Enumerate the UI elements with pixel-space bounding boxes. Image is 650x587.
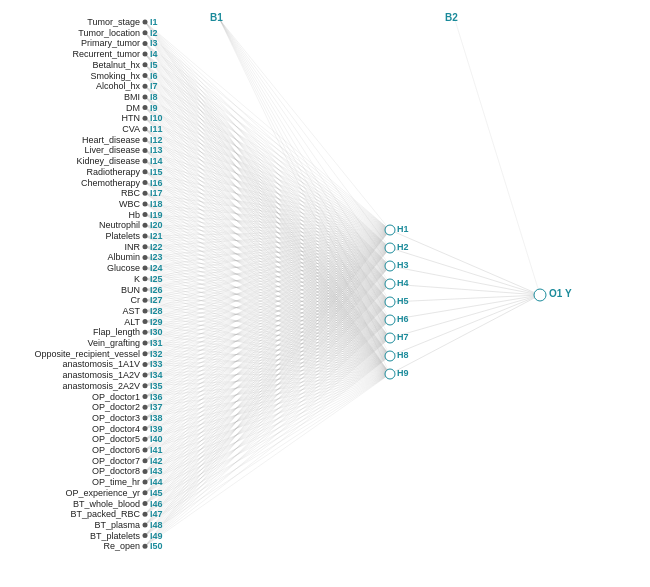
input-id-i22: I22: [150, 242, 163, 252]
input-label-i17: RBC: [121, 188, 140, 198]
input-id-i34: I34: [150, 370, 163, 380]
input-label-i32: Opposite_recipient_vessel: [34, 349, 140, 359]
input-label-i5: Betalnut_hx: [92, 60, 140, 70]
input-id-i17: I17: [150, 188, 163, 198]
input-id-i14: I14: [150, 156, 163, 166]
bias2-label: B2: [445, 12, 458, 23]
input-id-i37: I37: [150, 402, 163, 412]
input-label-i18: WBC: [119, 199, 140, 209]
output-y-label: Y: [565, 288, 572, 299]
input-label-i24: Glucose: [107, 263, 140, 273]
input-id-i47: I47: [150, 509, 163, 519]
input-label-i21: Platelets: [105, 231, 140, 241]
input-label-i30: Flap_length: [93, 327, 140, 337]
input-id-i44: I44: [150, 477, 163, 487]
input-label-i39: OP_doctor4: [92, 424, 140, 434]
hidden-label-h6: H6: [397, 314, 409, 324]
input-id-i9: I9: [150, 103, 158, 113]
bias1-label: B1: [210, 12, 223, 23]
input-label-i43: OP_doctor8: [92, 466, 140, 476]
input-id-i27: I27: [150, 295, 163, 305]
input-label-i8: BMI: [124, 92, 140, 102]
input-id-i10: I10: [150, 113, 163, 123]
input-id-i13: I13: [150, 145, 163, 155]
input-id-i38: I38: [150, 413, 163, 423]
hidden-label-h7: H7: [397, 332, 409, 342]
input-label-i42: OP_doctor7: [92, 456, 140, 466]
input-label-i12: Heart_disease: [82, 135, 140, 145]
input-id-i41: I41: [150, 445, 163, 455]
input-label-i47: BT_packed_RBC: [70, 509, 140, 519]
input-label-i26: BUN: [121, 285, 140, 295]
input-id-i25: I25: [150, 274, 163, 284]
input-id-i21: I21: [150, 231, 163, 241]
input-label-i50: Re_open: [103, 541, 140, 551]
input-label-i40: OP_doctor5: [92, 434, 140, 444]
input-label-i29: ALT: [124, 317, 140, 327]
input-id-i26: I26: [150, 285, 163, 295]
input-id-i45: I45: [150, 488, 163, 498]
input-id-i7: I7: [150, 81, 158, 91]
hidden-label-h8: H8: [397, 350, 409, 360]
input-id-i32: I32: [150, 349, 163, 359]
input-id-i18: I18: [150, 199, 163, 209]
input-id-i28: I28: [150, 306, 163, 316]
input-label-i49: BT_platelets: [90, 531, 140, 541]
input-label-i6: Smoking_hx: [90, 71, 140, 81]
input-id-i46: I46: [150, 499, 163, 509]
hidden-label-h5: H5: [397, 296, 409, 306]
input-label-i20: Neutrophil: [99, 220, 140, 230]
input-label-i22: INR: [125, 242, 141, 252]
input-label-i16: Chemotherapy: [81, 178, 140, 188]
input-label-i1: Tumor_stage: [87, 17, 140, 27]
input-label-i31: Vein_grafting: [87, 338, 140, 348]
input-label-i33: anastomosis_1A1V: [62, 359, 140, 369]
input-label-i11: CVA: [122, 124, 140, 134]
input-label-i35: anastomosis_2A2V: [62, 381, 140, 391]
input-label-i4: Recurrent_tumor: [72, 49, 140, 59]
input-label-i48: BT_plasma: [94, 520, 140, 530]
input-label-i41: OP_doctor6: [92, 445, 140, 455]
input-id-i2: I2: [150, 28, 158, 38]
input-id-i35: I35: [150, 381, 163, 391]
input-id-i42: I42: [150, 456, 163, 466]
input-id-i1: I1: [150, 17, 158, 27]
hidden-label-h4: H4: [397, 278, 409, 288]
input-label-i36: OP_doctor1: [92, 392, 140, 402]
input-label-i44: OP_time_hr: [92, 477, 140, 487]
input-label-i25: K: [134, 274, 140, 284]
input-label-i2: Tumor_location: [78, 28, 140, 38]
input-id-i31: I31: [150, 338, 163, 348]
hidden-label-h2: H2: [397, 242, 409, 252]
input-id-i11: I11: [150, 124, 163, 134]
input-id-i50: I50: [150, 541, 163, 551]
hidden-label-h3: H3: [397, 260, 409, 270]
input-label-i10: HTN: [122, 113, 141, 123]
input-id-i4: I4: [150, 49, 158, 59]
input-id-i40: I40: [150, 434, 163, 444]
input-id-i19: I19: [150, 210, 163, 220]
input-id-i16: I16: [150, 178, 163, 188]
input-id-i20: I20: [150, 220, 163, 230]
output-label: O1: [549, 288, 562, 299]
input-label-i28: AST: [122, 306, 140, 316]
input-id-i23: I23: [150, 252, 163, 262]
input-id-i33: I33: [150, 359, 163, 369]
input-label-i13: Liver_disease: [84, 145, 140, 155]
input-label-i38: OP_doctor3: [92, 413, 140, 423]
input-id-i49: I49: [150, 531, 163, 541]
input-id-i43: I43: [150, 466, 163, 476]
input-label-i37: OP_doctor2: [92, 402, 140, 412]
input-id-i48: I48: [150, 520, 163, 530]
input-id-i36: I36: [150, 392, 163, 402]
input-id-i30: I30: [150, 327, 163, 337]
input-label-i14: Kidney_disease: [76, 156, 140, 166]
input-label-i45: OP_experience_yr: [65, 488, 140, 498]
hidden-label-h1: H1: [397, 224, 409, 234]
input-label-i46: BT_whole_blood: [73, 499, 140, 509]
input-id-i3: I3: [150, 38, 158, 48]
input-id-i8: I8: [150, 92, 158, 102]
input-label-i27: Cr: [131, 295, 141, 305]
input-id-i29: I29: [150, 317, 163, 327]
input-label-i34: anastomosis_1A2V: [62, 370, 140, 380]
